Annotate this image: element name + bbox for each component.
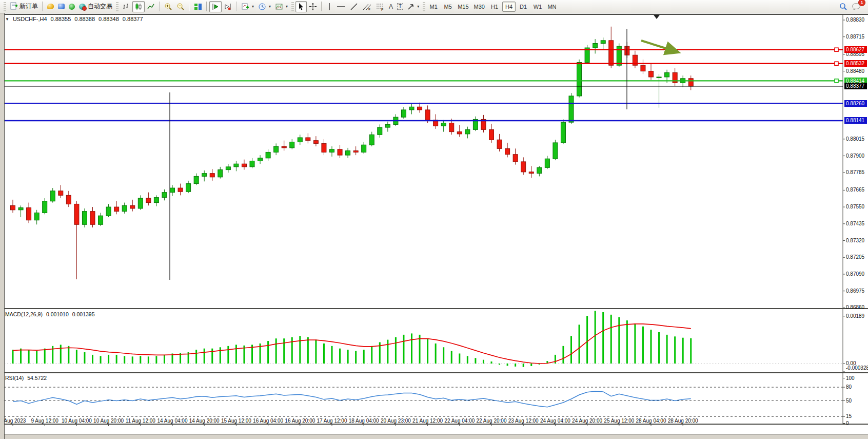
line-chart-button[interactable] [145, 1, 157, 12]
symbol-period-label: USDCHF-,H4 [13, 16, 47, 22]
candle-body [11, 205, 15, 210]
timeframe-W1[interactable]: W1 [531, 2, 544, 12]
bottom-strip [0, 434, 868, 439]
macd-histogram-value: 0.001010 [46, 311, 69, 317]
market-watch-button[interactable] [56, 1, 67, 12]
timeframe-H4[interactable]: H4 [502, 2, 516, 12]
separator [206, 2, 207, 11]
notifications-button[interactable]: 1 [850, 1, 863, 12]
signals-button[interactable] [67, 1, 77, 12]
candle-body [290, 142, 294, 148]
candle-body [218, 170, 223, 177]
cursor-button[interactable] [295, 1, 307, 12]
candle-body [43, 201, 47, 213]
trendline-tool[interactable] [348, 1, 360, 12]
crosshair-button[interactable] [307, 1, 319, 12]
bar-chart-button[interactable] [120, 1, 132, 12]
signal-icon [69, 4, 75, 10]
vertical-line-icon [326, 3, 332, 11]
horizontal-line-tool[interactable] [334, 1, 348, 12]
text-label-tool[interactable]: T [395, 1, 405, 12]
candle-body [58, 191, 63, 196]
candlestick-chart-button[interactable] [132, 1, 145, 12]
candle-body [657, 77, 661, 78]
candle-body [641, 65, 645, 71]
candle-body [82, 212, 87, 225]
candle-body [378, 127, 382, 135]
line-handle[interactable] [835, 79, 838, 83]
timeframe-M30[interactable]: M30 [472, 2, 487, 12]
zoom-out-button[interactable] [174, 1, 187, 12]
search-button[interactable] [837, 1, 850, 12]
indicators-button[interactable]: ▾ [239, 1, 256, 12]
candle-body [242, 164, 246, 167]
separator [321, 2, 322, 11]
period-button[interactable]: ▾ [256, 1, 273, 12]
candle-body [282, 146, 286, 148]
rsi-name: RSI(14) [5, 375, 24, 381]
timeframe-M1[interactable]: M1 [427, 2, 440, 12]
market-blue-icon [58, 4, 65, 9]
timeframe-MN[interactable]: MN [545, 2, 559, 12]
timeframe-D1[interactable]: D1 [517, 2, 530, 12]
candle-body [106, 207, 111, 216]
toolbar-grip[interactable] [4, 2, 6, 11]
tile-windows-button[interactable] [192, 1, 204, 12]
separator [42, 2, 43, 11]
auto-trading-icon [79, 4, 86, 10]
one-click-collapse-icon[interactable]: ▼ [5, 17, 9, 22]
candle-body [178, 188, 183, 192]
candle-body [210, 174, 214, 177]
macd-histogram [12, 311, 692, 367]
chart-shift-button[interactable] [222, 1, 234, 12]
candle-body [513, 155, 518, 162]
line-handle[interactable] [835, 48, 838, 51]
charts-profile-button[interactable] [45, 1, 56, 12]
candle-body [665, 72, 669, 77]
auto-scroll-button[interactable] [209, 1, 222, 12]
text-label-icon: T [397, 3, 403, 10]
template-button[interactable]: ▾ [273, 1, 290, 12]
candle-body [154, 198, 159, 203]
line-chart-icon [147, 3, 155, 11]
auto-trading-label: 自动交易 [88, 2, 112, 11]
rsi-value: 54.5722 [27, 375, 47, 381]
vertical-line-tool[interactable] [324, 1, 334, 12]
shapes-tool[interactable]: ▾ [405, 1, 421, 12]
crosshair-icon [309, 3, 317, 11]
zoom-in-icon [164, 3, 172, 11]
chart-canvas[interactable] [0, 13, 868, 439]
candle-body [27, 208, 31, 220]
candle-body [162, 193, 167, 198]
channel-tool[interactable]: E [360, 1, 373, 12]
toolbar-grip[interactable] [116, 2, 119, 11]
candle-body [593, 44, 598, 48]
toolbar-grip[interactable] [423, 2, 425, 11]
fibonacci-tool[interactable]: F [373, 1, 387, 12]
timeframe-M5[interactable]: M5 [441, 2, 455, 12]
candle-body [418, 107, 422, 110]
trendline-icon [350, 3, 358, 11]
new-order-button[interactable]: 新订单 [8, 1, 40, 12]
macd-signal-value: 0.001395 [72, 311, 95, 317]
line-handle[interactable] [835, 62, 838, 65]
candle-body [258, 158, 263, 161]
toolbar-grip[interactable] [291, 2, 294, 11]
channel-icon: E [362, 3, 371, 11]
zoom-in-button[interactable] [162, 1, 174, 12]
auto-trading-button[interactable]: 自动交易 [77, 1, 114, 12]
main-toolbar: 新订单 自动交易 ▾ ▾ ▾ [0, 0, 868, 13]
candle-body [649, 71, 654, 77]
cursor-icon [298, 3, 305, 10]
timeframe-M15[interactable]: M15 [456, 2, 470, 12]
candle-body [529, 172, 534, 174]
candle-body [186, 184, 191, 192]
horizontal-line-icon [337, 3, 346, 11]
charts-gold-icon [47, 4, 54, 9]
candle-body [90, 212, 95, 225]
text-tool[interactable]: A [387, 1, 395, 12]
candle-body [489, 129, 494, 140]
chevron-down-icon: ▾ [269, 4, 271, 9]
timeframe-H1[interactable]: H1 [488, 2, 501, 12]
new-order-icon [10, 2, 17, 11]
